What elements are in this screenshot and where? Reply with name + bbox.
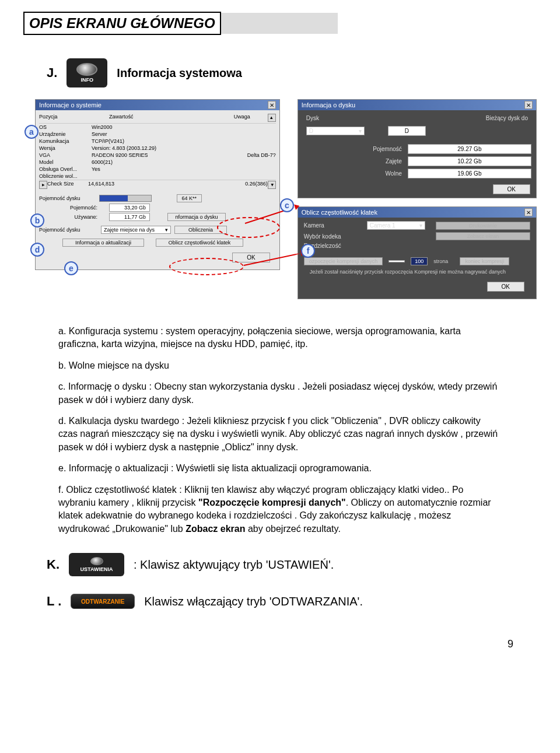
capacity-value: 29.27 Gb bbox=[408, 144, 531, 154]
page-header: OPIS EKRANU GŁÓWNEGO bbox=[23, 12, 537, 35]
col-content: Zawartość bbox=[109, 114, 191, 122]
window-frame-freq: Oblicz częstotliwość klatek ✕ Kamera Cam… bbox=[298, 206, 537, 299]
close-icon[interactable]: ✕ bbox=[524, 101, 533, 109]
table-row: Model6000(21) bbox=[39, 159, 276, 166]
marker-c: c bbox=[280, 198, 294, 212]
capacity-value: 33,20 Gb bbox=[109, 204, 150, 212]
marker-a: a bbox=[24, 125, 38, 139]
start-compression-button[interactable]: ozpoczęcie kompresji danych bbox=[304, 257, 383, 265]
oval-icon bbox=[76, 63, 97, 76]
used-value: 11,77 Gb bbox=[109, 213, 150, 221]
calculate-button[interactable]: Obliczenia bbox=[174, 226, 227, 234]
marker-b: b bbox=[30, 213, 44, 227]
table-row: Obsługa Overl...Yes bbox=[39, 166, 276, 173]
oval-icon bbox=[90, 557, 103, 565]
section-j-letter: J. bbox=[47, 65, 57, 80]
title-extension bbox=[221, 13, 338, 34]
disk-cap-label: Pojemność dysku bbox=[39, 195, 97, 201]
disk-dropdown[interactable]: D▾ bbox=[306, 127, 365, 135]
table-row: ▴Check Size14,614,8130.26(386)▴ bbox=[39, 180, 276, 190]
item-a: a. Konfiguracja systemu : system operacy… bbox=[58, 325, 502, 351]
chevron-down-icon: ▾ bbox=[165, 227, 168, 233]
chevron-down-icon: ▾ bbox=[419, 222, 422, 229]
marker-f: f bbox=[301, 244, 315, 258]
section-l-letter: L . bbox=[47, 594, 61, 609]
settings-button-icon[interactable]: USTAWIENIA bbox=[69, 553, 124, 576]
item-c: c. Informację o dysku : Obecny stan wyko… bbox=[58, 380, 502, 407]
item-f: f. Oblicz częstotliwość klatek : Kliknij… bbox=[58, 484, 502, 536]
table-row: OSWin2000 bbox=[39, 124, 276, 131]
item-e: e. Informację o aktualizacji : Wyświetli… bbox=[58, 462, 502, 475]
scroll-down-icon[interactable]: ▴ bbox=[268, 181, 276, 189]
section-k-text: : Klawisz aktywujący tryb 'USTAWIEŃ'. bbox=[134, 558, 334, 572]
window-title: Oblicz częstotliwość klatek bbox=[302, 209, 377, 216]
item-d: d. Kalkulacja dysku twardego : Jeżeli kl… bbox=[58, 415, 502, 454]
close-icon[interactable]: ✕ bbox=[524, 208, 533, 216]
marker-e: e bbox=[64, 261, 78, 275]
window-title: Informacje o systemie bbox=[39, 101, 102, 108]
scroll-left-icon[interactable]: ▴ bbox=[39, 181, 47, 189]
free-value: 19.06 Gb bbox=[408, 169, 531, 178]
allocation-button[interactable]: 64 K** bbox=[177, 194, 202, 202]
description-list: a. Konfiguracja systemu : system operacy… bbox=[58, 325, 502, 535]
page-value: 100 bbox=[411, 257, 428, 265]
col-position: Pozycja bbox=[39, 114, 92, 122]
table-row: VGARADEON 9200 SERIESDelta DB-7? bbox=[39, 152, 276, 159]
print-button[interactable]: Drukowanie bbox=[436, 222, 530, 230]
page-title: OPIS EKRANU GŁÓWNEGO bbox=[29, 15, 215, 31]
playback-button-icon[interactable]: ODTWARZANIE bbox=[71, 594, 135, 609]
window-disk-info: Informacja o dysku ✕ Dysk Bieżący dysk d… bbox=[298, 99, 537, 198]
ok-button[interactable]: OK bbox=[493, 184, 530, 194]
update-info-button[interactable]: Informacja o aktualizacji bbox=[62, 239, 144, 247]
table-row: WersjaVersion: 4.803 (2003.12.29) bbox=[39, 145, 276, 152]
scroll-up-icon[interactable]: ▴ bbox=[268, 114, 276, 122]
compression-hint: Jeżeli został naciśnięty przycisk rozpoc… bbox=[304, 265, 530, 278]
disk-cap-label2: Pojemność dysku bbox=[39, 227, 97, 233]
window-title: Informacja o dysku bbox=[302, 101, 355, 108]
table-row: KomunikacjaTCP/IP(V241) bbox=[39, 138, 276, 145]
end-compression-button[interactable]: koniec kompresji bbox=[460, 257, 509, 265]
view-screen-button[interactable]: Zobacz ekran bbox=[436, 232, 530, 240]
disk-label: Dysk bbox=[306, 115, 319, 121]
chevron-down-icon: ▾ bbox=[359, 128, 362, 134]
page-number: 9 bbox=[23, 638, 513, 650]
section-j-label: Informacja systemowa bbox=[117, 66, 242, 80]
ok-button[interactable]: OK bbox=[487, 282, 524, 292]
window-system-info: Informacje o systemie ✕ Pozycja Zawartoś… bbox=[35, 99, 280, 270]
info-button-icon[interactable]: INFO bbox=[66, 58, 107, 87]
col-note: Uwaga bbox=[208, 114, 250, 122]
section-l-text: Klawisz włączający tryb 'ODTWARZANIA'. bbox=[144, 595, 363, 608]
disk-select[interactable]: Zajęte miejsce na dys▾ bbox=[101, 226, 171, 234]
usage-bar bbox=[99, 195, 152, 202]
current-disk-value: D bbox=[388, 126, 426, 136]
page-count-field bbox=[388, 260, 405, 262]
camera-select[interactable]: Camera 1▾ bbox=[367, 221, 425, 230]
info-label: INFO bbox=[81, 77, 94, 83]
item-b: b. Wolne miejsce na dysku bbox=[58, 359, 502, 372]
current-disk-label: Bieżący dysk do bbox=[486, 115, 528, 121]
section-k-letter: K. bbox=[47, 557, 60, 572]
table-row: Obliczenie wol... bbox=[39, 173, 276, 180]
close-icon[interactable]: ✕ bbox=[268, 101, 276, 109]
marker-d: d bbox=[30, 243, 44, 257]
used-value: 10.22 Gb bbox=[408, 156, 531, 166]
table-row: UrządzenieServer bbox=[39, 131, 276, 138]
disk-info-button[interactable]: nformacja o dysku bbox=[167, 213, 226, 221]
frame-freq-button[interactable]: Oblicz częstotliwość klatek bbox=[156, 239, 243, 247]
